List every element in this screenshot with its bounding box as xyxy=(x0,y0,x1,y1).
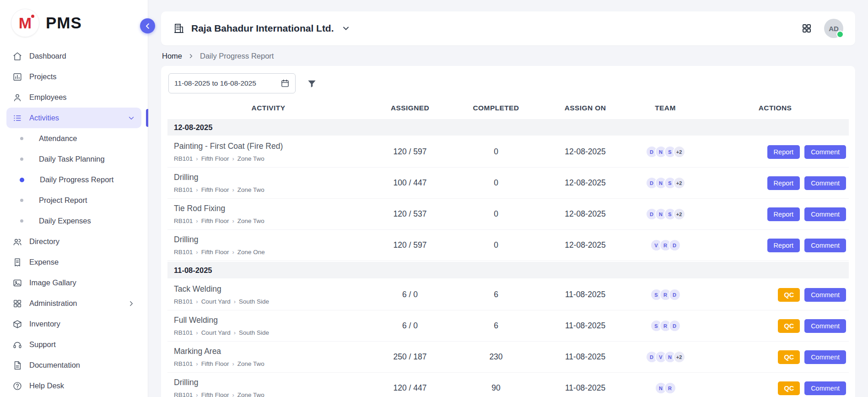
sidebar-subitem-daily-task-planning[interactable]: Daily Task Planning xyxy=(0,149,148,169)
assigned-value: 6 / 0 xyxy=(369,321,451,331)
sidebar-item-projects[interactable]: Projects xyxy=(6,66,141,87)
activity-row: Marking AreaRB101›Fifth Floor›Zone Two25… xyxy=(167,342,849,373)
assign-on-date: 11-08-2025 xyxy=(541,321,629,331)
team-member-avatar[interactable]: D xyxy=(669,288,681,301)
qc-button[interactable]: QC xyxy=(778,381,800,395)
team-extra-count[interactable]: +2 xyxy=(673,146,685,158)
activity-row: Tack WeldingRB101›Court Yard›South Side6… xyxy=(167,279,849,310)
comment-button[interactable]: Comment xyxy=(804,288,846,302)
sidebar-item-help-desk[interactable]: Help Desk xyxy=(6,375,141,396)
qc-button[interactable]: QC xyxy=(778,288,800,302)
logo-letter: M xyxy=(19,14,32,32)
assign-on-date: 11-08-2025 xyxy=(541,290,629,299)
comment-button[interactable]: Comment xyxy=(804,207,846,221)
chevron-right-icon xyxy=(188,53,194,60)
sidebar-item-expense[interactable]: Expense xyxy=(6,252,141,272)
activity-title: Full Welding xyxy=(174,315,369,325)
report-button[interactable]: Report xyxy=(767,207,800,221)
team-member-avatar[interactable]: D xyxy=(669,320,681,332)
sidebar-item-label: Directory xyxy=(29,237,59,246)
team-member-avatar[interactable]: R xyxy=(664,382,676,394)
funnel-icon xyxy=(307,78,317,89)
help-icon xyxy=(12,381,22,391)
chevron-right-icon: › xyxy=(232,156,234,162)
apps-grid-button[interactable] xyxy=(801,23,812,34)
breadcrumb-home[interactable]: Home xyxy=(162,52,182,60)
company-selector[interactable]: Raja Bahadur International Ltd. xyxy=(173,22,350,34)
sidebar-subitem-attendance[interactable]: Attendance xyxy=(0,128,148,149)
employees-icon xyxy=(12,92,22,103)
team-extra-count[interactable]: +2 xyxy=(673,177,685,189)
team-extra-count[interactable]: +2 xyxy=(673,351,685,363)
sidebar-item-documentation[interactable]: Documentation xyxy=(6,355,141,375)
sidebar-item-label: Support xyxy=(29,340,56,349)
location-path-segment: South Side xyxy=(239,329,269,336)
row-actions: QCComment xyxy=(701,381,849,395)
date-range-input[interactable]: 11-08-2025 to 16-08-2025 xyxy=(168,73,296,93)
activity-location-path: RB101›Court Yard›South Side xyxy=(174,298,369,305)
comment-button[interactable]: Comment xyxy=(804,381,846,395)
filter-button[interactable] xyxy=(307,78,317,89)
completed-value: 6 xyxy=(451,290,541,299)
team-extra-count[interactable]: +2 xyxy=(673,208,685,220)
comment-button[interactable]: Comment xyxy=(804,145,846,159)
row-actions: ReportComment xyxy=(701,176,849,190)
report-button[interactable]: Report xyxy=(767,239,800,252)
sidebar-item-activities[interactable]: Activities xyxy=(6,108,141,128)
row-actions: QCComment xyxy=(701,350,849,364)
activity-location-path: RB101›Fifth Floor›Zone One xyxy=(174,249,369,256)
sidebar-item-inventory[interactable]: Inventory xyxy=(6,314,141,334)
location-path-segment: Zone Two xyxy=(237,392,264,397)
location-path-segment: RB101 xyxy=(174,329,193,336)
user-avatar[interactable]: AD xyxy=(824,19,843,38)
completed-value: 6 xyxy=(451,321,541,331)
activity-row: Full WeldingRB101›Court Yard›South Side6… xyxy=(167,310,849,342)
breadcrumb-current: Daily Progress Report xyxy=(200,52,274,60)
sidebar-subitem-daily-expenses[interactable]: Daily Expenses xyxy=(0,211,148,231)
activity-location-path: RB101›Court Yard›South Side xyxy=(174,329,369,336)
sidebar-item-employees[interactable]: Employees xyxy=(6,87,141,108)
report-button[interactable]: Report xyxy=(767,176,800,190)
topbar-right: AD xyxy=(801,19,843,38)
grid-icon xyxy=(801,23,812,34)
column-header-activity: Activity xyxy=(167,104,369,112)
comment-button[interactable]: Comment xyxy=(804,176,846,190)
assigned-value: 6 / 0 xyxy=(369,290,451,299)
team-member-avatar[interactable]: D xyxy=(669,239,681,251)
report-button[interactable]: Report xyxy=(767,145,800,159)
bullet-icon xyxy=(20,199,23,202)
sidebar-item-label: Inventory xyxy=(29,320,60,328)
sidebar-subitem-daily-progress-report[interactable]: Daily Progress Report xyxy=(0,169,148,190)
column-header-actions: Actions xyxy=(701,104,849,112)
completed-value: 90 xyxy=(451,383,541,393)
comment-button[interactable]: Comment xyxy=(804,319,846,333)
filters-toolbar: 11-08-2025 to 16-08-2025 xyxy=(167,73,849,93)
bullet-icon xyxy=(20,178,24,182)
sidebar-subitem-project-report[interactable]: Project Report xyxy=(0,190,148,211)
sidebar-item-dashboard[interactable]: Dashboard xyxy=(6,46,141,66)
sidebar-item-label: Projects xyxy=(29,72,57,81)
sidebar-item-image-gallary[interactable]: Image Gallary xyxy=(6,272,141,293)
sidebar-subitem-label: Daily Expenses xyxy=(39,217,91,225)
app-logo[interactable]: M PMS xyxy=(11,9,82,37)
qc-button[interactable]: QC xyxy=(778,319,800,333)
chevron-right-icon: › xyxy=(232,187,234,193)
sidebar-item-administration[interactable]: Administration xyxy=(6,293,141,314)
sidebar-item-support[interactable]: Support xyxy=(6,334,141,355)
sidebar-item-directory[interactable]: Directory xyxy=(6,231,141,252)
chevron-down-icon xyxy=(127,114,135,122)
sidebar-item-label: Help Desk xyxy=(29,381,64,390)
sidebar-collapse-button[interactable] xyxy=(140,18,155,33)
location-path-segment: Fifth Floor xyxy=(201,186,229,193)
sidebar-item-label: Documentation xyxy=(29,361,80,370)
activity-cell: Marking AreaRB101›Fifth Floor›Zone Two xyxy=(167,347,369,367)
location-path-segment: Zone One xyxy=(237,249,265,256)
assign-on-date: 12-08-2025 xyxy=(541,209,629,219)
qc-button[interactable]: QC xyxy=(778,350,800,364)
location-path-segment: Fifth Floor xyxy=(201,392,229,397)
comment-button[interactable]: Comment xyxy=(804,350,846,364)
chevron-right-icon: › xyxy=(196,218,198,224)
comment-button[interactable]: Comment xyxy=(804,239,846,252)
location-path-segment: Court Yard xyxy=(201,298,231,305)
directory-icon xyxy=(12,237,22,247)
